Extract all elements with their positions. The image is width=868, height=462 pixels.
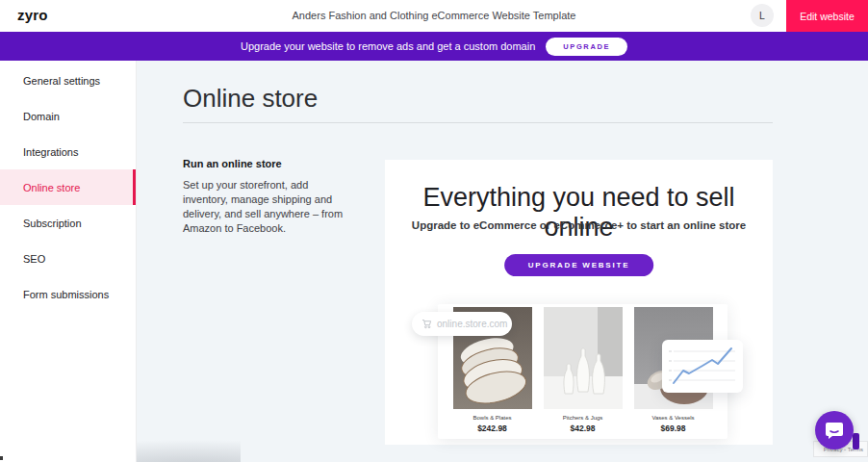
product-name: Bowls & Plates [453,415,532,421]
chat-button[interactable] [815,411,854,449]
online-store-intro: Run an online store Set up your storefro… [183,158,345,236]
sidebar-item-subscription[interactable]: Subscription [0,205,136,241]
cart-icon [421,319,432,329]
sidebar-item-online-store[interactable]: Online store [0,169,136,205]
analytics-sparkline-card [662,340,743,393]
sidebar-item-domain[interactable]: Domain [0,98,136,134]
store-domain-pill: online.store.com [412,312,512,336]
corner-artifact [0,456,3,460]
sidebar-item-seo[interactable]: SEO [0,241,136,276]
settings-sidebar: General settings Domain Integrations Onl… [0,61,137,462]
sidebar-item-label: Subscription [23,218,82,229]
topbar: zyro Anders Fashion and Clothing eCommer… [0,0,868,32]
chat-widget-tab[interactable] [853,433,859,449]
banner-upgrade-button[interactable]: UPGRADE [546,38,627,56]
sidebar-item-label: SEO [23,253,45,265]
banner-text: Upgrade your website to remove ads and g… [241,40,535,52]
product-image-pitchers [544,307,623,409]
product-name: Pitchers & Jugs [544,415,623,421]
sidebar-item-form-submissions[interactable]: Form submissions [0,276,136,312]
main-content: Online store Run an online store Set up … [137,61,868,462]
chat-bubble-icon [825,422,844,440]
app-window: zyro Anders Fashion and Clothing eCommer… [0,0,868,462]
avatar[interactable]: L [751,4,774,27]
ecommerce-promo-panel: Everything you need to sell online Upgra… [385,160,773,445]
promo-subheading: Upgrade to eCommerce or eCommerce+ to st… [385,219,773,231]
site-title: Anders Fashion and Clothing eCommerce We… [0,0,868,32]
product-price: $42.98 [544,424,623,433]
title-divider [183,122,773,123]
store-domain-text: online.store.com [437,319,507,329]
product-name: Vases & Vessels [634,415,713,421]
sidebar-item-integrations[interactable]: Integrations [0,134,136,169]
upgrade-website-button[interactable]: UPGRADE WEBSITE [504,254,654,276]
sidebar-item-general-settings[interactable]: General settings [0,63,136,98]
sidebar-item-label: General settings [23,75,100,87]
upgrade-banner: Upgrade your website to remove ads and g… [0,32,868,61]
sidebar-item-label: Online store [23,182,80,193]
page-title: Online store [183,84,318,114]
sidebar-item-label: Form submissions [23,289,109,300]
sidebar-item-label: Domain [23,111,60,122]
product-price: $242.98 [453,424,532,433]
intro-heading: Run an online store [183,158,345,169]
sidebar-item-label: Integrations [23,146,78,158]
sparkline-chart [662,340,743,393]
intro-description: Set up your storefront, add inventory, m… [183,178,345,236]
promo-heading: Everything you need to sell online [385,183,773,243]
product-card: Pitchers & Jugs $42.98 [544,307,623,439]
edit-website-button[interactable]: Edit website [786,0,868,32]
product-price: $69.98 [634,424,713,433]
